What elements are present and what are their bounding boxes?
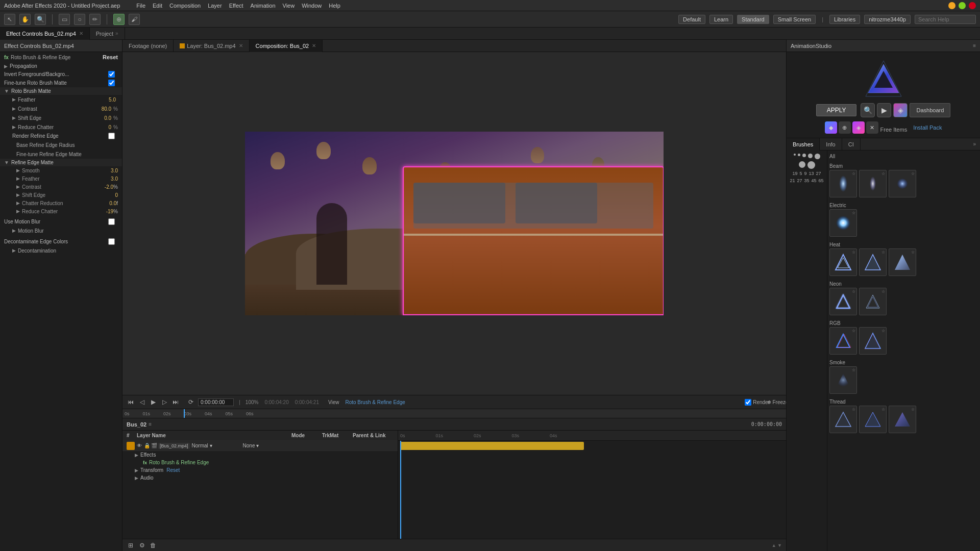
menu-window[interactable]: Window — [302, 3, 322, 9]
select-tool[interactable]: ↖ — [4, 14, 15, 25]
size-dot-2[interactable] — [798, 154, 800, 156]
effect-controls-close[interactable]: ✕ — [79, 31, 83, 36]
apply-button[interactable]: APPLY — [816, 104, 857, 116]
layer-visibility-icon[interactable]: 👁 — [137, 443, 142, 448]
neon-brush-1[interactable]: ☆ — [829, 288, 857, 315]
expand-reduce-chatter1[interactable]: ▶ — [12, 124, 16, 130]
fine-roto-checkbox[interactable] — [108, 80, 115, 86]
size-dot-3[interactable] — [802, 154, 806, 157]
expand-reduce-chatter2[interactable]: ▶ — [16, 209, 20, 214]
size-dot-6[interactable] — [799, 161, 805, 168]
play-icon-btn[interactable]: ▶ — [877, 103, 891, 117]
ci-tab[interactable]: CI — [842, 138, 861, 151]
first-frame-btn[interactable]: ⏮ — [127, 398, 135, 406]
electric-cat-label[interactable]: Electric — [829, 202, 978, 209]
menu-composition[interactable]: Composition — [169, 3, 201, 9]
contrast2-value[interactable]: -2.0 — [105, 184, 113, 190]
heat-brush-1[interactable]: ☆ — [829, 248, 857, 276]
tl-props-btn[interactable]: ⚙ — [138, 541, 146, 549]
menu-layer[interactable]: Layer — [208, 3, 222, 9]
beam-brush-2[interactable]: ☆ — [859, 170, 887, 197]
tl-new-comp-btn[interactable]: ⊞ — [127, 541, 135, 549]
comp-tab[interactable]: Composition: Bus_02 ✕ — [250, 40, 323, 52]
playhead[interactable] — [184, 409, 185, 418]
brushes-menu-icon[interactable]: » — [973, 141, 976, 147]
category-btn-1[interactable]: ◆ — [825, 121, 837, 134]
audio-expand[interactable]: ▶ — [135, 475, 138, 481]
audio-row[interactable]: ▶ Audio — [122, 474, 398, 482]
info-tab[interactable]: Info — [820, 138, 842, 151]
beam-cat-label[interactable]: Beam — [829, 162, 978, 170]
transform-expand[interactable]: ▶ — [135, 468, 138, 473]
menu-edit[interactable]: Edit — [153, 3, 162, 9]
shift-edge1-value[interactable]: 0.0 — [104, 115, 111, 121]
invert-checkbox[interactable] — [108, 71, 115, 78]
reset-button[interactable]: Reset — [103, 54, 118, 60]
thread-brush-1[interactable]: ☆ — [829, 406, 857, 433]
menu-help[interactable]: Help — [329, 3, 340, 9]
motion-blur-checkbox[interactable] — [108, 218, 115, 225]
layer-tab[interactable]: Layer: Bus_02.mp4 ✕ — [174, 40, 249, 52]
rgb-brush-1[interactable]: ☆ — [829, 327, 857, 355]
category-btn-3[interactable]: ◈ — [852, 121, 865, 134]
timeline-menu-icon[interactable]: ≡ — [149, 421, 152, 427]
beam-brush-1[interactable]: ☆ — [829, 170, 857, 197]
project-tab[interactable]: Project » — [90, 28, 125, 40]
brush-tool[interactable]: 🖌 — [129, 14, 140, 25]
install-pack-button[interactable]: Install Pack — [913, 124, 942, 131]
menu-animation[interactable]: Animation — [251, 3, 276, 9]
tl-current-time[interactable]: 0:00:00:00 — [751, 421, 782, 427]
roto-brush-matte-header[interactable]: ▼ Roto Brush Matte — [0, 87, 122, 95]
expand-contrast1[interactable]: ▶ — [12, 106, 16, 111]
hand-tool[interactable]: ✋ — [19, 14, 31, 25]
shift-edge2-value[interactable]: 0 — [115, 192, 118, 198]
pen-tool[interactable]: ✏ — [89, 14, 101, 25]
layer-mode-value[interactable]: Normal ▾ — [192, 443, 223, 448]
category-btn-2[interactable]: ⊕ — [839, 121, 851, 134]
prev-frame-btn[interactable]: ◁ — [138, 398, 146, 406]
footage-tab[interactable]: Footage (none) — [122, 40, 174, 52]
category-btn-4[interactable]: ✕ — [866, 121, 878, 134]
electric-brush-1[interactable]: ☆ — [829, 209, 857, 237]
rgb-cat-label[interactable]: RGB — [829, 319, 978, 327]
effects-row[interactable]: ▶ Effects — [122, 451, 398, 459]
workspace-learn[interactable]: Learn — [709, 15, 733, 24]
thread-cat-label[interactable]: Thread — [829, 398, 978, 406]
last-frame-btn[interactable]: ⏭ — [172, 398, 180, 406]
expand-contrast2[interactable]: ▶ — [16, 184, 20, 189]
chatter-reduction-value[interactable]: 0.0 — [109, 201, 116, 206]
size-dot-5[interactable] — [815, 154, 820, 159]
roto-brush-tool[interactable]: ⊕ — [113, 14, 125, 25]
smoke-brush-1[interactable]: ☆ — [829, 366, 857, 394]
play-btn[interactable]: ▶ — [149, 398, 157, 406]
layer-name-badge[interactable]: [Bus_02.mp4] — [158, 443, 190, 449]
reduce-chatter1-value[interactable]: 0 — [109, 124, 112, 130]
reduce-chatter2-value[interactable]: -19 — [106, 209, 113, 214]
libraries-button[interactable]: Libraries — [829, 15, 860, 24]
layer-timeline-bar[interactable] — [400, 442, 584, 450]
zoom-input[interactable]: 100% — [246, 399, 259, 405]
workspace-standard[interactable]: Standard — [737, 15, 769, 24]
menu-file[interactable]: File — [136, 3, 145, 9]
neon-brush-2[interactable]: ☆ — [859, 288, 887, 315]
zoom-tool[interactable]: 🔍 — [35, 14, 46, 25]
ellipse-tool[interactable]: ○ — [74, 14, 85, 25]
expand-smooth[interactable]: ▶ — [16, 168, 20, 173]
layer-lock-icon[interactable]: 🔒 — [144, 443, 150, 448]
size-dot-1[interactable] — [794, 154, 796, 156]
refine-edge-matte-header[interactable]: ▼ Refine Edge Matte — [0, 159, 122, 166]
decontaminate-checkbox[interactable] — [108, 238, 115, 245]
all-category[interactable]: All — [829, 153, 978, 160]
minimize-button[interactable] — [948, 2, 955, 9]
contrast1-value[interactable]: 80.0 — [102, 106, 111, 112]
close-button[interactable] — [969, 2, 976, 9]
render-checkbox[interactable] — [745, 399, 751, 406]
neon-cat-label[interactable]: Neon — [829, 280, 978, 288]
search-input[interactable] — [915, 15, 976, 24]
view-mode-label[interactable]: Roto Brush & Refine Edge — [345, 399, 405, 405]
rgb-brush-2[interactable]: ☆ — [859, 327, 887, 355]
scrubber-area[interactable]: 0s 01s 02s 03s 04s 05s 06s — [122, 409, 786, 418]
brushes-tab[interactable]: Brushes — [787, 138, 820, 151]
animation-studio-menu[interactable]: ≡ — [973, 43, 976, 48]
workspace-small-screen[interactable]: Small Screen — [773, 15, 816, 24]
